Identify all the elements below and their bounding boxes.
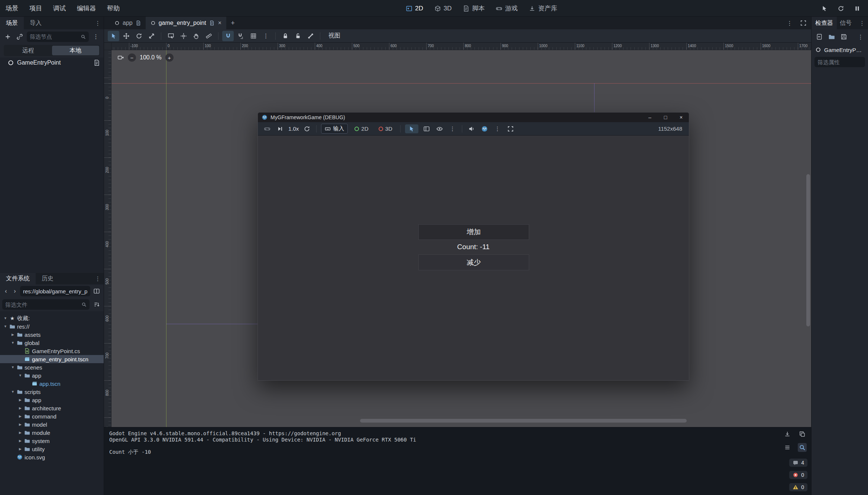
workspace-script[interactable]: 脚本 [463, 4, 485, 13]
file-tree-item-module[interactable]: ▶module [0, 429, 104, 437]
load-resource-icon[interactable] [828, 33, 835, 40]
new-scene-tab-button[interactable]: + [226, 17, 239, 29]
expand-arrow-icon[interactable]: ▶ [10, 333, 16, 336]
collapse-arrow-icon[interactable]: ▼ [2, 316, 9, 320]
collapse-arrow-icon[interactable]: ▼ [17, 374, 23, 377]
smart-snap-toggle[interactable] [222, 31, 234, 41]
file-tree-item-utility[interactable]: ▶utility [0, 445, 104, 453]
joypad-icon[interactable] [262, 124, 272, 134]
warnings-badge[interactable]: 0 [789, 483, 807, 491]
canvas-vertical-scrollbar[interactable] [806, 174, 810, 326]
pivot-tool-button[interactable] [178, 31, 189, 41]
ruler-tool-button[interactable] [203, 31, 214, 41]
history-prev-icon[interactable] [816, 33, 823, 40]
game-titlebar[interactable]: MyGFrameworkGame (DEBUG) – □ × [258, 113, 689, 122]
minimize-button[interactable]: – [642, 113, 658, 122]
distraction-free-icon[interactable] [800, 20, 807, 26]
input-mode-button[interactable]: 输入 [321, 124, 348, 134]
lock-node-button[interactable] [279, 31, 291, 41]
close-button[interactable]: × [673, 113, 689, 122]
file-tree-item-app[interactable]: ▶app [0, 396, 104, 404]
current-path-input[interactable] [23, 288, 87, 294]
embed-interaction-icon[interactable] [821, 5, 828, 12]
add-node-button[interactable] [3, 32, 13, 42]
scene-tab-game-entry-point[interactable]: game_entry_point × [146, 17, 226, 29]
skeleton-options-button[interactable] [305, 31, 316, 41]
selection-list-icon[interactable] [422, 124, 431, 134]
canvas-horizontal-scrollbar[interactable] [360, 419, 687, 423]
file-tree-item-architecture[interactable]: ▶architecture [0, 404, 104, 412]
snap-options-icon[interactable]: ⋮ [260, 31, 272, 41]
errors-badge[interactable]: 0 [789, 471, 807, 479]
grid-snap-toggle[interactable] [235, 31, 246, 41]
pause-game-icon[interactable] [854, 5, 861, 12]
zoom-level[interactable]: 100.0 % [138, 54, 163, 61]
toggle-split-mode-icon[interactable] [92, 286, 101, 296]
save-resource-icon[interactable] [841, 33, 847, 40]
inspector-dock-menu-icon[interactable]: ⋮ [856, 17, 868, 29]
copy-output-icon[interactable] [798, 430, 807, 439]
game-window[interactable]: MyGFrameworkGame (DEBUG) – □ × 1.0x [258, 112, 689, 381]
search-output-icon[interactable] [798, 443, 807, 452]
inspector-extras-icon[interactable]: ⋮ [858, 33, 864, 40]
file-tree-item-game-entry-point-tscn[interactable]: game_entry_point.tscn [0, 355, 104, 363]
tab-signals[interactable]: 信号 [837, 17, 855, 29]
collapse-output-icon[interactable] [783, 443, 792, 452]
more-options-icon[interactable]: ⋮ [493, 124, 502, 134]
clear-output-icon[interactable] [783, 430, 792, 439]
camera-override-icon[interactable] [116, 53, 126, 62]
godot-debug-icon[interactable] [480, 124, 489, 134]
inspected-node-row[interactable]: GameEntryPoint [812, 44, 868, 55]
expand-arrow-icon[interactable]: ▶ [17, 398, 23, 402]
workspace-game[interactable]: 游戏 [496, 4, 518, 13]
history-back-button[interactable]: ‹ [2, 286, 10, 296]
grid-visibility-toggle[interactable] [247, 31, 259, 41]
file-tree-item-assets[interactable]: ▶assets [0, 330, 104, 339]
collapse-arrow-icon[interactable]: ▼ [10, 365, 16, 369]
menu-project[interactable]: 项目 [24, 2, 48, 14]
expand-arrow-icon[interactable]: ▶ [17, 447, 23, 451]
file-sort-icon[interactable] [92, 300, 101, 309]
instance-scene-button[interactable] [15, 32, 25, 42]
scale-tool-button[interactable] [146, 31, 157, 41]
file-tree-item-收藏-[interactable]: ▼★收藏: [0, 314, 104, 322]
menu-editor[interactable]: 编辑器 [71, 2, 101, 14]
filesystem-dock-menu-icon[interactable]: ⋮ [92, 273, 104, 284]
menu-help[interactable]: 帮助 [101, 2, 125, 14]
filter-properties-input[interactable] [817, 59, 862, 65]
visibility-icon[interactable] [435, 124, 444, 134]
remote-tab[interactable]: 远程 [4, 46, 52, 55]
filter-files-input[interactable] [5, 302, 81, 308]
rotate-tool-button[interactable] [133, 31, 145, 41]
file-tree-item-command[interactable]: ▶command [0, 412, 104, 420]
tab-inspector[interactable]: 检查器 [812, 17, 837, 29]
zoom-out-button[interactable]: − [128, 53, 136, 62]
file-tree-item-scenes[interactable]: ▼scenes [0, 363, 104, 371]
list-select-tool-button[interactable] [165, 31, 176, 41]
file-tree-item-gameentrypoint-cs[interactable]: GameEntryPoint.cs [0, 347, 104, 355]
debug-3d-button[interactable]: 3D [375, 124, 396, 133]
attached-script-icon[interactable] [93, 59, 100, 66]
debug-2d-button[interactable]: 2D [351, 124, 372, 133]
scene-tree-options-icon[interactable]: ⋮ [91, 32, 101, 42]
move-tool-button[interactable] [120, 31, 132, 41]
file-tree-item-app[interactable]: ▼app [0, 371, 104, 380]
expand-arrow-icon[interactable]: ▶ [17, 406, 23, 410]
collapse-arrow-icon[interactable]: ▼ [2, 325, 9, 328]
increase-button[interactable]: 增加 [418, 224, 529, 240]
decrease-button[interactable]: 减少 [418, 254, 529, 270]
expand-arrow-icon[interactable]: ▶ [17, 431, 23, 434]
expand-arrow-icon[interactable]: ▶ [17, 423, 23, 426]
next-frame-icon[interactable] [275, 124, 285, 134]
file-tree-item-res-[interactable]: ▼res:// [0, 322, 104, 330]
file-tree-item-system[interactable]: ▶system [0, 437, 104, 445]
tab-filesystem[interactable]: 文件系统 [0, 273, 36, 284]
menu-scene[interactable]: 场景 [0, 2, 24, 14]
close-tab-icon[interactable]: × [218, 20, 221, 26]
tab-import[interactable]: 导入 [24, 17, 48, 29]
workspace-3d[interactable]: 3D [434, 5, 452, 12]
scene-tabs-menu-icon[interactable]: ⋮ [787, 20, 793, 27]
file-tree-item-global[interactable]: ▼global [0, 339, 104, 347]
menu-debug[interactable]: 调试 [48, 2, 71, 14]
local-tab[interactable]: 本地 [52, 46, 100, 55]
